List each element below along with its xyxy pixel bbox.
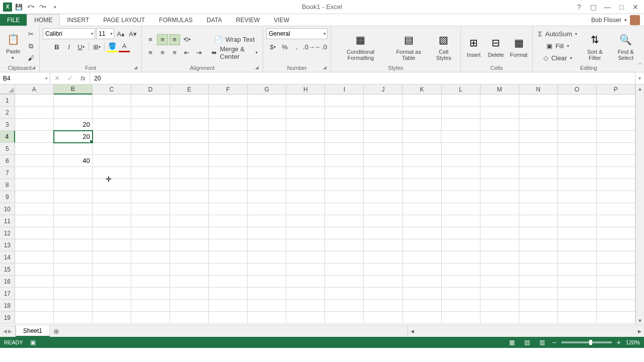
cell-A4[interactable] — [15, 131, 54, 143]
cell-B13[interactable] — [54, 239, 93, 251]
bold-button[interactable]: B — [51, 41, 62, 52]
column-header-E[interactable]: E — [170, 84, 209, 94]
cell-C9[interactable] — [93, 191, 131, 203]
cell-F18[interactable] — [209, 300, 248, 312]
cell-G9[interactable] — [248, 191, 286, 203]
cell-B16[interactable] — [54, 276, 93, 288]
format-cells-button[interactable]: ▦Format — [508, 34, 530, 59]
cell-B1[interactable] — [54, 95, 93, 107]
cell-E8[interactable] — [170, 179, 209, 191]
merge-center-button[interactable]: ⬌ Merge & Center ▾ — [209, 47, 260, 58]
cell-C1[interactable] — [93, 95, 131, 107]
cell-I19[interactable] — [325, 312, 364, 324]
cell-F10[interactable] — [209, 203, 248, 215]
cell-O5[interactable] — [558, 143, 597, 155]
cell-J17[interactable] — [364, 288, 403, 300]
cell-K12[interactable] — [403, 227, 442, 239]
cell-C8[interactable] — [93, 179, 131, 191]
cell-P14[interactable] — [597, 251, 635, 263]
column-header-H[interactable]: H — [286, 84, 325, 94]
cell-M2[interactable] — [480, 107, 519, 119]
cell-H17[interactable] — [286, 288, 325, 300]
cell-J14[interactable] — [364, 251, 403, 263]
row-header-15[interactable]: 15 — [0, 263, 15, 276]
column-header-F[interactable]: F — [209, 84, 248, 94]
formula-input[interactable]: 20 — [90, 72, 635, 84]
align-center-icon[interactable]: ≡ — [157, 47, 168, 58]
scroll-up-icon[interactable]: ▲ — [636, 84, 644, 93]
cell-C13[interactable] — [93, 239, 131, 251]
cell-O15[interactable] — [558, 263, 597, 276]
cell-B14[interactable] — [54, 251, 93, 263]
page-break-view-icon[interactable]: ▥ — [537, 338, 547, 346]
cell-D8[interactable] — [131, 179, 170, 191]
cell-O11[interactable] — [558, 215, 597, 227]
cell-E19[interactable] — [170, 312, 209, 324]
cell-F15[interactable] — [209, 263, 248, 276]
cell-I16[interactable] — [325, 276, 364, 288]
cell-N11[interactable] — [519, 215, 558, 227]
cell-I15[interactable] — [325, 263, 364, 276]
cell-N7[interactable] — [519, 167, 558, 179]
cell-A10[interactable] — [15, 203, 54, 215]
cell-H13[interactable] — [286, 239, 325, 251]
vertical-scrollbar[interactable]: ▲ ▼ — [635, 84, 644, 325]
cell-P18[interactable] — [597, 300, 635, 312]
cell-E12[interactable] — [170, 227, 209, 239]
row-header-7[interactable]: 7 — [0, 167, 15, 179]
redo-icon[interactable]: ↷▾ — [37, 2, 48, 13]
cell-J9[interactable] — [364, 191, 403, 203]
cell-J2[interactable] — [364, 107, 403, 119]
scroll-left-icon[interactable]: ◀ — [408, 327, 417, 335]
scroll-right-icon[interactable]: ▶ — [635, 327, 644, 335]
cell-J11[interactable] — [364, 215, 403, 227]
cell-F7[interactable] — [209, 167, 248, 179]
cell-P16[interactable] — [597, 276, 635, 288]
cell-J16[interactable] — [364, 276, 403, 288]
cell-B3[interactable]: 20 — [54, 119, 93, 131]
cell-F8[interactable] — [209, 179, 248, 191]
cell-C7[interactable] — [93, 167, 131, 179]
column-header-L[interactable]: L — [442, 84, 480, 94]
cell-O16[interactable] — [558, 276, 597, 288]
cell-O4[interactable] — [558, 131, 597, 143]
cell-M4[interactable] — [480, 131, 519, 143]
cell-M6[interactable] — [480, 155, 519, 167]
cell-K16[interactable] — [403, 276, 442, 288]
tab-insert[interactable]: INSERT — [60, 14, 96, 26]
row-header-9[interactable]: 9 — [0, 191, 15, 203]
row-header-11[interactable]: 11 — [0, 215, 15, 227]
cell-P9[interactable] — [597, 191, 635, 203]
cell-N2[interactable] — [519, 107, 558, 119]
cell-E6[interactable] — [170, 155, 209, 167]
cell-B19[interactable] — [54, 312, 93, 324]
cell-J10[interactable] — [364, 203, 403, 215]
cell-B9[interactable] — [54, 191, 93, 203]
cell-F12[interactable] — [209, 227, 248, 239]
cell-A2[interactable] — [15, 107, 54, 119]
cell-D17[interactable] — [131, 288, 170, 300]
increase-indent-icon[interactable]: ⇥ — [193, 47, 204, 58]
cell-A19[interactable] — [15, 312, 54, 324]
maximize-icon[interactable]: □ — [615, 2, 628, 12]
cell-G18[interactable] — [248, 300, 286, 312]
cell-C12[interactable] — [93, 227, 131, 239]
cell-F14[interactable] — [209, 251, 248, 263]
cell-E17[interactable] — [170, 288, 209, 300]
minimize-icon[interactable]: — — [601, 2, 614, 12]
cell-B11[interactable] — [54, 215, 93, 227]
cell-B2[interactable] — [54, 107, 93, 119]
collapse-ribbon-icon[interactable]: ˆ — [639, 63, 641, 70]
cell-F6[interactable] — [209, 155, 248, 167]
cell-H10[interactable] — [286, 203, 325, 215]
cell-O13[interactable] — [558, 239, 597, 251]
cell-A18[interactable] — [15, 300, 54, 312]
cell-C2[interactable] — [93, 107, 131, 119]
cell-P19[interactable] — [597, 312, 635, 324]
cell-F11[interactable] — [209, 215, 248, 227]
cell-I11[interactable] — [325, 215, 364, 227]
tab-pagelayout[interactable]: PAGE LAYOUT — [96, 14, 152, 26]
row-header-6[interactable]: 6 — [0, 155, 15, 167]
cell-M15[interactable] — [480, 263, 519, 276]
cell-K2[interactable] — [403, 107, 442, 119]
